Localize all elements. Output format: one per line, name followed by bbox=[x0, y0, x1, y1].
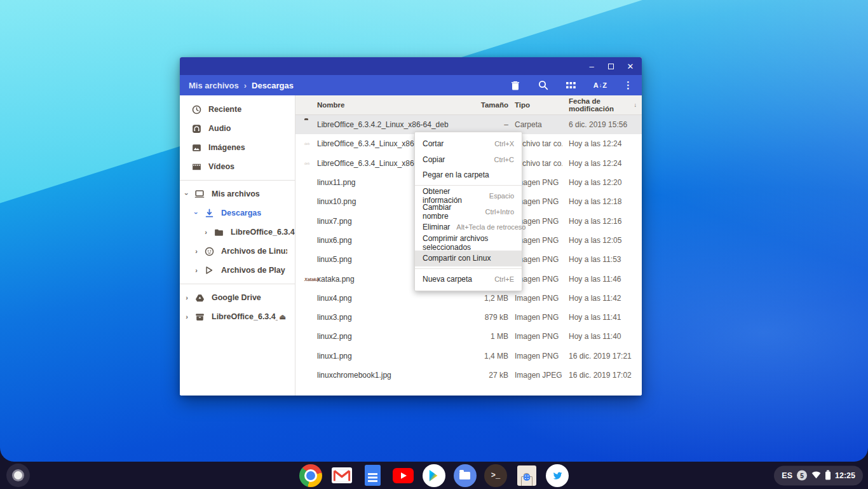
chevron-right-icon[interactable]: › bbox=[184, 313, 190, 320]
file-size: 27 kB bbox=[451, 371, 508, 380]
breadcrumb-parent[interactable]: Mis archivos bbox=[189, 81, 239, 90]
sidebar-item-label: Google Drive bbox=[212, 293, 261, 302]
sidebar-item-archivos-de-play[interactable]: › Archivos de Play bbox=[180, 261, 295, 280]
sidebar-item-libreoffice-archive[interactable]: › LibreOffice_6.3.4_Li... ⏏ bbox=[180, 307, 295, 326]
close-button[interactable]: ✕ bbox=[627, 62, 634, 71]
menu-item-compartir-con-linux[interactable]: Compartir con Linux bbox=[415, 251, 522, 266]
youtube-icon bbox=[393, 468, 414, 483]
shelf-app-youtube[interactable] bbox=[392, 464, 415, 487]
menu-item-shortcut: Ctrl+X bbox=[494, 140, 514, 148]
menu-item-obtener-informacion[interactable]: Obtener información Espacio bbox=[415, 188, 522, 204]
status-tray[interactable]: ES 5 12:25 bbox=[774, 465, 863, 485]
file-name: linux4.png bbox=[317, 294, 451, 303]
chevron-right-icon[interactable]: › bbox=[203, 228, 209, 236]
table-row[interactable]: linux1.png 1,4 MB Imagen PNG 16 dic. 201… bbox=[295, 347, 642, 366]
file-type: Imagen PNG bbox=[508, 294, 562, 303]
linux-penguin-icon bbox=[204, 246, 214, 256]
file-date: Hoy a las 12:20 bbox=[562, 178, 637, 187]
column-header-type[interactable]: Tipo bbox=[508, 101, 562, 109]
breadcrumb-current[interactable]: Descargas bbox=[252, 81, 294, 90]
menu-item-pegar[interactable]: Pegar en la carpeta bbox=[415, 167, 522, 183]
sidebar-item-label: Audio bbox=[208, 124, 231, 133]
chevron-right-icon[interactable]: › bbox=[184, 294, 190, 301]
menu-item-comprimir[interactable]: Comprimir archivos seleccionados bbox=[415, 235, 522, 251]
menu-item-label: Pegar en la carpeta bbox=[423, 170, 489, 179]
file-date: Hoy a las 11:42 bbox=[562, 294, 637, 303]
shelf-app-gmail[interactable] bbox=[330, 464, 353, 487]
context-menu: Cortar Ctrl+X Copiar Ctrl+C Pegar en la … bbox=[414, 132, 522, 291]
sidebar-item-audio[interactable]: Audio bbox=[180, 119, 295, 138]
twitter-icon bbox=[546, 464, 569, 487]
folder-icon bbox=[214, 227, 224, 237]
menu-item-nueva-carpeta[interactable]: Nueva carpeta Ctrl+E bbox=[415, 272, 522, 287]
shelf-app-google-play[interactable] bbox=[423, 464, 445, 487]
file-date: Hoy a las 12:05 bbox=[562, 236, 637, 245]
sidebar: Reciente Audio Imágenes Vídeos bbox=[180, 95, 295, 396]
shelf-app-google-docs[interactable] bbox=[361, 464, 384, 487]
column-header-size[interactable]: Tamaño bbox=[451, 101, 508, 109]
files-app-window: – ✕ Mis archivos › Descargas A↓Z ⋮ bbox=[180, 57, 642, 396]
sidebar-item-mis-archivos[interactable]: › Mis archivos bbox=[180, 184, 295, 203]
maximize-button[interactable] bbox=[608, 64, 614, 69]
shelf-app-play-store-bag[interactable] bbox=[515, 464, 538, 487]
window-titlebar: – ✕ bbox=[180, 57, 642, 75]
app-toolbar: Mis archivos › Descargas A↓Z ⋮ bbox=[180, 75, 642, 95]
signature-thumbnail: Xataka bbox=[304, 277, 319, 282]
column-header-date[interactable]: Fecha de modificación ↓ bbox=[562, 97, 637, 113]
menu-divider bbox=[415, 268, 522, 269]
sidebar-item-videos[interactable]: Vídeos bbox=[180, 157, 295, 176]
shelf-app-terminal[interactable]: >_ bbox=[484, 464, 507, 487]
trash-icon[interactable] bbox=[510, 79, 521, 91]
sidebar-item-google-drive[interactable]: › Google Drive bbox=[180, 288, 295, 307]
sidebar-item-imagenes[interactable]: Imágenes bbox=[180, 138, 295, 157]
sidebar-item-archivos-de-linux[interactable]: › Archivos de Linux bbox=[180, 242, 295, 261]
grid-view-icon[interactable] bbox=[566, 79, 577, 91]
minimize-button[interactable]: – bbox=[588, 62, 595, 71]
file-date: Hoy a las 11:41 bbox=[562, 313, 637, 322]
shelf-apps: >_ bbox=[299, 464, 569, 487]
sidebar-item-reciente[interactable]: Reciente bbox=[180, 100, 295, 119]
launcher-button[interactable] bbox=[6, 464, 30, 487]
table-row[interactable]: linux3.png 879 kB Imagen PNG Hoy a las 1… bbox=[295, 308, 642, 327]
menu-item-cortar[interactable]: Cortar Ctrl+X bbox=[415, 136, 522, 152]
column-header-name[interactable]: Nombre bbox=[317, 101, 451, 109]
sidebar-item-label: Archivos de Linux bbox=[221, 247, 287, 256]
table-row[interactable]: linuxchromebook1.jpg 27 kB Imagen JPEG 1… bbox=[295, 366, 642, 385]
menu-item-label: Copiar bbox=[423, 155, 445, 164]
more-menu-icon[interactable]: ⋮ bbox=[623, 79, 633, 91]
google-docs-icon bbox=[365, 465, 381, 486]
file-date: Hoy a las 11:53 bbox=[562, 255, 637, 264]
chevron-down-icon[interactable]: › bbox=[183, 191, 191, 197]
menu-item-cambiar-nombre[interactable]: Cambiar nombre Ctrl+Intro bbox=[415, 203, 522, 219]
menu-divider bbox=[415, 185, 522, 186]
file-date: Hoy a las 12:24 bbox=[562, 139, 637, 148]
chevron-down-icon[interactable]: › bbox=[193, 210, 200, 216]
google-play-icon bbox=[423, 464, 445, 487]
files-icon bbox=[454, 464, 477, 487]
menu-item-eliminar[interactable]: Eliminar Alt+Tecla de retroceso bbox=[415, 219, 522, 235]
menu-item-shortcut: Alt+Tecla de retroceso bbox=[456, 223, 526, 231]
eject-icon[interactable]: ⏏ bbox=[280, 313, 286, 320]
sort-az-icon[interactable]: A↓Z bbox=[593, 81, 607, 89]
shelf-app-chrome[interactable] bbox=[299, 464, 322, 487]
clock-label: 12:25 bbox=[835, 471, 855, 480]
window-content: Reciente Audio Imágenes Vídeos bbox=[180, 95, 642, 396]
table-row[interactable]: linux4.png 1,2 MB Imagen PNG Hoy a las 1… bbox=[295, 289, 642, 308]
file-date: Hoy a las 12:16 bbox=[562, 217, 637, 226]
table-row[interactable]: linux2.png 1 MB Imagen PNG Hoy a las 11:… bbox=[295, 327, 642, 346]
chevron-right-icon[interactable]: › bbox=[193, 247, 200, 255]
chevron-right-icon[interactable]: › bbox=[193, 266, 200, 274]
shelf: >_ ES 5 12:25 bbox=[0, 462, 868, 489]
sidebar-item-descargas[interactable]: › Descargas bbox=[180, 203, 295, 223]
menu-item-copiar[interactable]: Copiar Ctrl+C bbox=[415, 152, 522, 168]
shelf-app-twitter[interactable] bbox=[546, 464, 569, 487]
download-icon bbox=[204, 208, 214, 218]
file-date: Hoy a las 12:18 bbox=[562, 197, 637, 206]
sidebar-divider bbox=[180, 180, 295, 181]
battery-icon bbox=[825, 471, 831, 479]
file-name: linux2.png bbox=[317, 332, 451, 341]
sidebar-item-libreoffice-folder[interactable]: › LibreOffice_6.3.4.2_Li... bbox=[180, 223, 295, 242]
search-icon[interactable] bbox=[538, 79, 549, 91]
shelf-app-files[interactable] bbox=[454, 464, 477, 487]
gmail-icon bbox=[332, 467, 352, 483]
